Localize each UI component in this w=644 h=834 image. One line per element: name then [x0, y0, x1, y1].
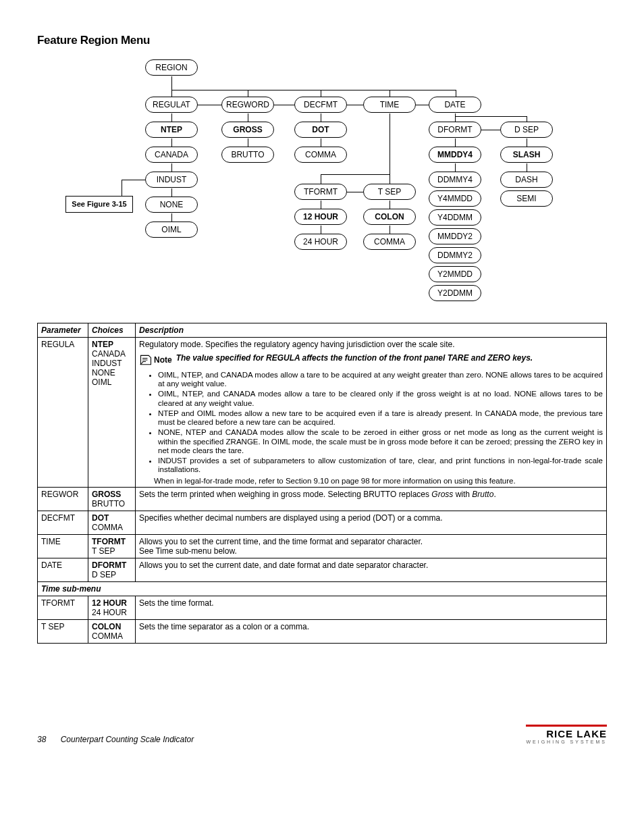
- node-canada: CANADA: [145, 147, 198, 163]
- node-colon: COLON: [363, 209, 416, 225]
- table-row: DECFMT DOTCOMMA Specifies whether decima…: [38, 511, 607, 535]
- node-y2ddmm: Y2DDMM: [429, 285, 481, 301]
- table-row: T SEP COLONCOMMA Sets the time separator…: [38, 620, 607, 644]
- th-choices: Choices: [88, 323, 136, 338]
- node-y4ddmm: Y4DDMM: [429, 209, 481, 226]
- table-row: DATE DFORMTD SEP Allows you to set the c…: [38, 558, 607, 582]
- node-tcomma: COMMA: [363, 234, 416, 250]
- table-row: REGWOR GROSSBRUTTO Sets the term printed…: [38, 488, 607, 511]
- node-24hour: 24 HOUR: [294, 234, 347, 250]
- node-tsep: T SEP: [363, 184, 416, 200]
- node-y4mmdd: Y4MMDD: [429, 190, 481, 207]
- node-dash: DASH: [500, 172, 553, 188]
- node-comma: COMMA: [294, 147, 347, 163]
- submenu-header: Time sub-menu: [38, 582, 607, 596]
- page-title: Feature Region Menu: [37, 34, 607, 47]
- node-oiml: OIML: [145, 221, 198, 238]
- node-ddmmy2: DDMMY2: [429, 247, 481, 263]
- page-number: 38: [37, 735, 46, 744]
- node-regulat: REGULAT: [145, 97, 198, 113]
- node-slash: SLASH: [500, 147, 553, 163]
- node-dot: DOT: [294, 122, 347, 138]
- table-row: TIME TFORMTT SEP Allows you to set the c…: [38, 535, 607, 558]
- cell-choices: NTEP CANADA INDUST NONE OIML: [88, 338, 136, 488]
- node-dformt: DFORMT: [429, 122, 481, 138]
- node-region: REGION: [145, 59, 198, 76]
- th-parameter: Parameter: [38, 323, 88, 338]
- node-mmddy4: MMDDY4: [429, 147, 481, 163]
- node-indust: INDUST: [145, 172, 198, 188]
- node-decfmt: DECFMT: [294, 97, 347, 113]
- node-date: DATE: [429, 97, 481, 113]
- node-ddmmy4: DDMMY4: [429, 172, 481, 188]
- node-y2mmdd: Y2MMDD: [429, 266, 481, 282]
- table-row: TFORMT 12 HOUR24 HOUR Sets the time form…: [38, 596, 607, 620]
- node-tformt: TFORMT: [294, 184, 347, 200]
- node-mmddy2: MMDDY2: [429, 228, 481, 244]
- node-12hour: 12 HOUR: [294, 209, 347, 225]
- parameter-table: Parameter Choices Description REGULA NTE…: [37, 323, 607, 644]
- node-regword: REGWORD: [221, 97, 274, 113]
- cell-description: Regulatory mode. Specifies the regulator…: [136, 338, 607, 488]
- menu-tree-diagram: REGION REGULAT REGWORD DECFMT TIME DATE …: [51, 59, 577, 303]
- figure-ref: See Figure 3-15: [65, 196, 133, 213]
- node-none: NONE: [145, 197, 198, 213]
- note-icon: Note: [139, 353, 172, 367]
- doc-title: Counterpart Counting Scale Indicator: [61, 735, 194, 744]
- node-time: TIME: [363, 97, 416, 113]
- node-semi: SEMI: [500, 190, 553, 207]
- brand-logo: RICE LAKE WEIGHING SYSTEMS: [526, 725, 607, 744]
- th-description: Description: [136, 323, 607, 338]
- table-row: REGULA NTEP CANADA INDUST NONE OIML Regu…: [38, 338, 607, 488]
- node-ntep: NTEP: [145, 122, 198, 138]
- node-brutto: BRUTTO: [221, 147, 274, 163]
- node-dsep: D SEP: [500, 122, 553, 138]
- node-gross: GROSS: [221, 122, 274, 138]
- page-footer: 38 Counterpart Counting Scale Indicator …: [37, 725, 607, 744]
- cell-param: REGULA: [38, 338, 88, 488]
